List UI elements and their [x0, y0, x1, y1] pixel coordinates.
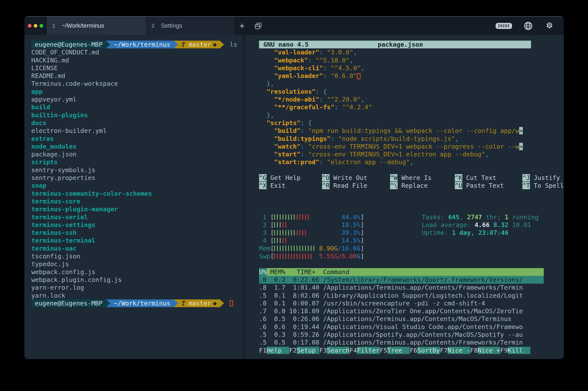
maximize-window-button[interactable] [40, 24, 43, 28]
nano-shortcut-exit[interactable]: ^X Exit [259, 182, 322, 190]
htop-summary-line: Uptime: 1 day, 23:07:46 [422, 229, 539, 237]
nano-shortcut-write-out[interactable]: ^O Write Out [322, 174, 390, 182]
process-row[interactable]: .0 0.1 0:00.07 /usr/sbin/screencapture -… [259, 299, 544, 307]
prompt-user-segment: eugene@Eugenes-MBP [31, 299, 106, 307]
code-segment [259, 119, 267, 127]
pane-container: eugene@Eugenes-MBP ~/Work/terminus maste… [24, 35, 564, 359]
process-row[interactable]: .5 0.3 8:59.26 /Applications/Spotify.app… [259, 331, 544, 338]
nano-line: "webpack-cli": "^4.5.0", [259, 64, 564, 72]
nano-line: "yaml-loader": "0.6.0" [259, 72, 564, 80]
fkey-f9[interactable]: F9Kill [500, 347, 530, 354]
nano-shortcut-paste-text[interactable]: ^U Paste Text [455, 182, 522, 190]
code-segment: "webpack-cli" [274, 64, 323, 72]
nano-line: "**/graceful-fs": "^4.2.4" [259, 103, 564, 111]
fkey-f1[interactable]: F1Help [259, 347, 289, 354]
pane-split-handle[interactable] [242, 35, 246, 359]
code-segment: "node scripts/build-typings.js" [338, 135, 455, 142]
nano-line: "start:prod": "electron app --debug", [259, 158, 564, 166]
nano-shortcut-replace[interactable]: ^\ Replace [390, 182, 455, 190]
process-row[interactable]: .5 0.1 8:02.06 /Library/Application Supp… [259, 292, 544, 299]
code-segment: "cross-env TERMINUS_DEV=1 webpack --prog… [308, 143, 519, 150]
right-terminal-pane[interactable]: GNU nano 4.5 package.json "val-loader": … [246, 35, 564, 359]
powerline-separator [220, 41, 224, 48]
code-segment: "^5.18.0" [316, 57, 350, 64]
fkey-f5[interactable]: F5Tree [380, 347, 410, 354]
close-window-button[interactable] [28, 24, 31, 28]
tab-bar: 1 ~/Work/terminus 2 Settings + IOIOI [24, 17, 564, 35]
serial-ports-icon[interactable]: IOIOI [496, 23, 512, 29]
dir-entry: app [31, 88, 242, 96]
dir-entry: node_modules [31, 143, 242, 150]
code-segment [259, 158, 274, 166]
fkey-f6[interactable]: F6SortBy [410, 347, 440, 354]
file-entry: package.json [31, 150, 242, 158]
fkey-f2[interactable]: F2Setup [289, 347, 319, 354]
code-segment: , [410, 158, 413, 166]
code-segment: : [308, 57, 316, 64]
nano-shortcut-to-spell[interactable]: ^T To Spell [522, 182, 564, 190]
file-entry: appveyor.yml [31, 96, 242, 103]
sort-column-header[interactable]: U% [259, 268, 267, 276]
fkey-f8[interactable]: F8Nice + [470, 347, 500, 354]
dir-entry: terminus-settings [31, 221, 242, 229]
nano-editor-content[interactable]: "val-loader": "3.0.0", "webpack": "^5.18… [259, 48, 564, 166]
code-segment: "webpack" [274, 57, 308, 64]
htop-summary-line: Load average: 4.66 8.32 10.01 [422, 221, 539, 229]
process-table-header[interactable]: U% MEM% TIME+ Command [259, 268, 544, 276]
duplicate-tab-icon[interactable] [250, 17, 267, 35]
nano-line: "build": "npm run build:typings && webpa… [259, 127, 564, 135]
web-globe-icon[interactable] [523, 21, 533, 31]
settings-gear-icon[interactable] [544, 21, 554, 31]
code-segment [259, 88, 267, 95]
nano-line: "*/node-abi": "^2.20.0", [259, 96, 564, 103]
tab-number: 2 [151, 23, 154, 29]
nano-shortcut-where-is[interactable]: ^W Where Is [390, 174, 455, 182]
meter-row: 4 [14.5%] [259, 237, 564, 244]
minimize-window-button[interactable] [34, 24, 37, 28]
fkey-f7[interactable]: F7Nice - [440, 347, 470, 354]
new-tab-button[interactable]: + [234, 17, 250, 35]
git-branch-icon [182, 300, 186, 306]
fkey-f4[interactable]: F4Filter [350, 347, 380, 354]
code-segment [259, 57, 274, 64]
powerline-separator [106, 41, 110, 48]
code-segment: : [319, 49, 327, 56]
process-table[interactable]: .0 0.2 0:22.66 /System/Library/Framework… [259, 276, 564, 347]
nano-shortcut-read-file[interactable]: ^R Read File [322, 182, 390, 190]
process-row[interactable]: .7 0.0 10:18.09 /Applications/ZeroTier O… [259, 307, 544, 315]
dir-entry: scripts [31, 158, 242, 166]
left-terminal-pane[interactable]: eugene@Eugenes-MBP ~/Work/terminus maste… [24, 35, 242, 359]
git-branch-name: master [188, 41, 211, 48]
tab-work-terminus[interactable]: 1 ~/Work/terminus [47, 17, 146, 35]
code-segment: : [323, 64, 331, 72]
file-entry: README.md [31, 72, 242, 80]
meter-row: Mem[8.90G/16.0G] [259, 245, 564, 252]
process-row[interactable]: .6 0.5 0:26.06 /Applications/Terminus.ap… [259, 315, 544, 323]
process-row[interactable]: .8 1.7 1:01.40 /Applications/Terminus.ap… [259, 284, 544, 292]
process-row[interactable]: .6 0.6 0:19.44 /Applications/Visual Stud… [259, 323, 544, 331]
prompt-cwd-segment: ~/Work/terminus [110, 299, 174, 307]
window-controls [24, 17, 47, 35]
prompt-line-bottom: eugene@Eugenes-MBP ~/Work/terminus maste… [31, 299, 242, 307]
nano-title-bar: GNU nano 4.5 package.json [259, 41, 531, 48]
process-row-selected[interactable]: .0 0.2 0:22.66 /System/Library/Framework… [259, 276, 544, 284]
nano-shortcut-row: ^G Get Help^O Write Out^W Where Is^K Cut… [259, 174, 564, 182]
tab-title: Settings [161, 22, 182, 29]
fkey-f3[interactable]: F3Search [319, 347, 350, 354]
tab-settings[interactable]: 2 Settings [146, 17, 234, 35]
dir-entry: snap [31, 182, 242, 190]
nano-version: GNU nano 4.5 [259, 41, 309, 48]
code-segment: }, [259, 111, 274, 119]
nano-shortcut-get-help[interactable]: ^G Get Help [259, 174, 322, 182]
nano-shortcut-bar: ^G Get Help^O Write Out^W Where Is^K Cut… [259, 174, 564, 190]
htop-summary-line: Tasks: 645, 2747 thr; 1 running [422, 213, 539, 221]
terminal-window: 1 ~/Work/terminus 2 Settings + IOIOI [24, 16, 564, 359]
powerline-separator [174, 41, 178, 48]
nano-shortcut-cut-text[interactable]: ^K Cut Text [455, 174, 522, 182]
code-segment: }, [259, 80, 274, 87]
nano-shortcut-justify[interactable]: ^J Justify [522, 174, 560, 182]
code-segment: "^4.5.0" [331, 64, 361, 72]
terminal-cursor [230, 300, 233, 306]
process-row[interactable]: .5 0.5 0:17.08 /Applications/Terminus.ap… [259, 338, 544, 346]
dir-entry: extras [31, 135, 242, 143]
